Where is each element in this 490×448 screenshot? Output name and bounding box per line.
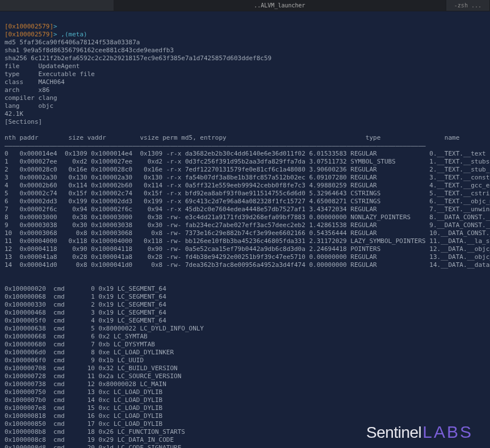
meta-md5: md5 5faf36ca90f6406a78124f538a03387a (5, 39, 140, 46)
meta-sha256: sha256 6c121f2b2efa6592c2c22b29218157ec9… (5, 55, 271, 62)
prompt-host: [0x100002579] (5, 31, 53, 38)
command-text: ,(meta) (61, 31, 87, 38)
meta-type: type Executable file (5, 70, 95, 78)
sections-header: [Sections] (5, 118, 42, 125)
meta-arch: arch x86 (5, 86, 49, 94)
sections-list: 0 0x000014e4 0x1309 0x1000014e4 0x1309 -… (5, 150, 485, 269)
meta-file: file UpdateAgent (5, 62, 79, 70)
tab-active[interactable]: ..ALVM_launcher (114, 0, 446, 11)
tab-right[interactable]: -zsh ... (446, 0, 490, 11)
section-rule: ――――――――――――――――――――――――――――――――――――――――… (5, 142, 426, 149)
tab-bar: ..ALVM_launcher -zsh ... (0, 0, 490, 11)
prompt-sym: > (53, 23, 57, 30)
logo-text-1: Sentinel (366, 429, 421, 437)
meta-class: class MACH064 (5, 78, 65, 86)
prompt-sym: > (53, 31, 57, 38)
meta-size: 42.1K (5, 110, 23, 118)
tab-spacer (0, 0, 114, 11)
section-columns: nth paddr size vaddr vsize perm md5, ent… (5, 134, 459, 141)
meta-compiler: compiler clang (5, 94, 57, 102)
terminal-output[interactable]: [0x100002579]> [0x100002579]> ,(meta) md… (0, 11, 490, 448)
logo-text-2: LABS (422, 428, 473, 436)
prompt-host: [0x100002579] (5, 23, 53, 30)
meta-lang: lang objc (5, 102, 53, 110)
sentinel-labs-logo: SentinelLABS (366, 428, 473, 437)
meta-sha1: sha1 9e9a5f8d86356796162cee881c843cde9ea… (5, 47, 174, 54)
